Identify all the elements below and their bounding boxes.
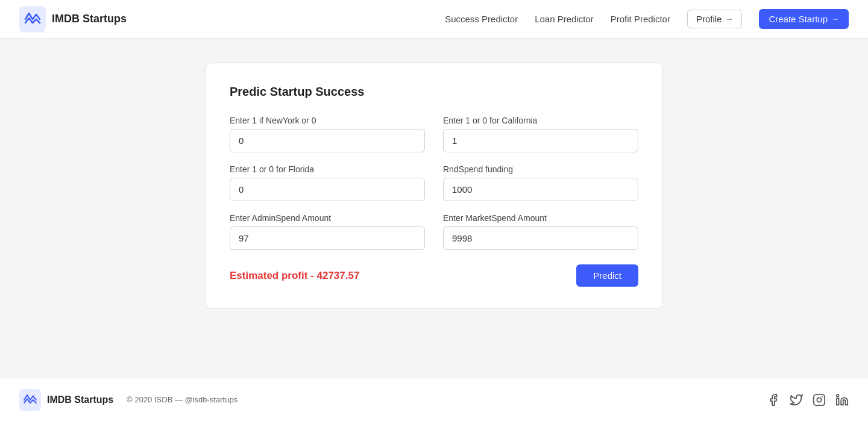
market-field-group: Enter MarketSpend Amount (443, 213, 638, 250)
market-label: Enter MarketSpend Amount (443, 213, 638, 223)
profile-btn-label: Profile (696, 14, 722, 24)
footer-copyright: © 2020 ISDB — @isdb-startups (127, 395, 237, 404)
california-label: Enter 1 or 0 for California (443, 116, 638, 125)
header-nav: Success Predictor Loan Predictor Profit … (445, 9, 849, 29)
create-startup-arrow-icon: → (831, 14, 839, 23)
newyork-label: Enter 1 if NewYork or 0 (230, 116, 425, 125)
twitter-icon[interactable] (790, 393, 803, 407)
rnd-field-group: RndSpend funding (443, 164, 638, 201)
admin-field-group: Enter AdminSpend Amount (230, 213, 425, 250)
svg-point-5 (837, 394, 839, 396)
nav-profit-predictor[interactable]: Profit Predictor (611, 14, 670, 24)
prediction-card: Predic Startup Success Enter 1 if NewYor… (205, 63, 663, 309)
footer-logo-icon (19, 389, 41, 411)
admin-input[interactable] (230, 226, 425, 250)
facebook-icon[interactable] (767, 393, 780, 407)
instagram-icon[interactable] (813, 393, 826, 407)
florida-label: Enter 1 or 0 for Florida (230, 164, 425, 174)
profile-arrow-icon: → (725, 14, 733, 23)
california-field-group: Enter 1 or 0 for California (443, 116, 638, 152)
svg-point-3 (817, 398, 821, 402)
footer-brand-name: IMDB Startups (47, 394, 113, 405)
florida-input[interactable] (230, 178, 425, 201)
predict-button[interactable]: Predict (576, 264, 638, 287)
newyork-field-group: Enter 1 if NewYork or 0 (230, 116, 425, 152)
form-grid: Enter 1 if NewYork or 0 Enter 1 or 0 for… (230, 116, 638, 250)
estimated-profit-text: Estimated profit - 42737.57 (230, 270, 359, 282)
rnd-label: RndSpend funding (443, 164, 638, 174)
newyork-input[interactable] (230, 129, 425, 152)
footer: IMDB Startups © 2020 ISDB — @isdb-startu… (0, 378, 868, 421)
logo-icon (19, 6, 46, 33)
linkedin-icon[interactable] (835, 393, 849, 407)
florida-field-group: Enter 1 or 0 for Florida (230, 164, 425, 201)
rnd-input[interactable] (443, 178, 638, 201)
main-content: Predic Startup Success Enter 1 if NewYor… (0, 39, 868, 378)
header-brand: IMDB Startups (19, 6, 127, 33)
create-startup-button[interactable]: Create Startup → (759, 9, 849, 29)
header-brand-name: IMDB Startups (52, 13, 127, 25)
market-input[interactable] (443, 226, 638, 250)
california-input[interactable] (443, 129, 638, 152)
profile-button[interactable]: Profile → (687, 10, 743, 28)
footer-brand-section: IMDB Startups © 2020 ISDB — @isdb-startu… (19, 389, 237, 411)
svg-rect-2 (814, 394, 825, 405)
create-startup-btn-label: Create Startup (769, 14, 828, 24)
footer-social-links (767, 393, 849, 407)
card-title: Predic Startup Success (230, 85, 638, 99)
nav-success-predictor[interactable]: Success Predictor (445, 14, 518, 24)
admin-label: Enter AdminSpend Amount (230, 213, 425, 223)
nav-loan-predictor[interactable]: Loan Predictor (535, 14, 594, 24)
form-footer: Estimated profit - 42737.57 Predict (230, 264, 638, 287)
svg-point-4 (822, 396, 823, 398)
